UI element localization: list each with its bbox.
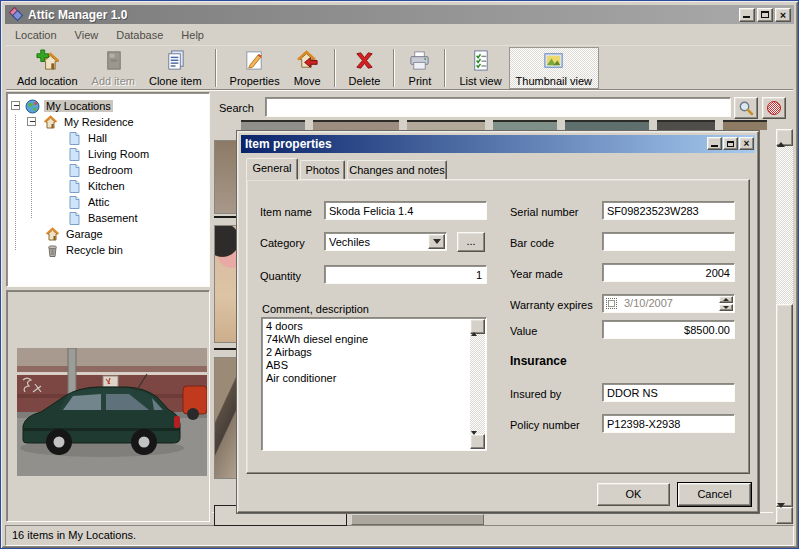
category-browse-button[interactable]: ... [457,232,485,252]
serial-number-input[interactable] [602,201,735,220]
value-label: Value [510,325,537,337]
scroll-up-button[interactable] [470,319,485,334]
clone-item-button[interactable]: Clone item [142,47,209,89]
tree-item-bedroom[interactable]: Bedroom [7,162,209,178]
dialog-minimize-button[interactable] [707,137,722,150]
move-button[interactable]: Move [287,47,328,89]
add-location-button[interactable]: Add location [10,47,85,89]
print-button[interactable]: Print [401,47,438,89]
list-view-icon [469,49,492,74]
chevron-down-icon[interactable] [428,234,445,249]
quantity-input[interactable] [324,265,487,284]
tab-photos[interactable]: Photos [300,160,345,180]
search-input[interactable] [265,97,731,117]
dialog-titlebar[interactable]: Item properties [241,135,755,153]
collapse-icon[interactable] [27,117,36,126]
tree-item-garage[interactable]: Garage [7,226,209,242]
page-icon [67,179,82,194]
add-location-icon [36,49,59,74]
thumbnail-fragment [313,120,399,130]
scroll-down-button[interactable] [470,434,485,449]
maximize-button[interactable] [757,8,773,22]
search-clear-button[interactable] [762,97,786,119]
value-input[interactable] [602,320,735,339]
search-find-button[interactable] [734,97,758,119]
tree-item-living-room[interactable]: Living Room [7,146,209,162]
comment-label: Comment, description [262,303,369,315]
dialog-close-button[interactable]: × [739,137,754,150]
category-select[interactable]: Vechiles [324,232,447,251]
properties-button[interactable]: Properties [223,47,287,89]
tree-item-attic[interactable]: Attic [7,194,209,210]
trash-icon [45,243,60,258]
print-icon [408,49,431,74]
close-icon: × [780,10,786,20]
bar-code-input[interactable] [602,232,735,251]
dialog-maximize-button[interactable] [723,137,738,150]
insured-by-input[interactable] [602,383,735,402]
close-icon: × [744,139,750,149]
move-icon [296,49,319,74]
menu-location[interactable]: Location [6,27,66,43]
thumbnail-view-icon [542,49,565,74]
delete-button[interactable]: Delete [342,47,388,89]
insured-by-label: Insured by [510,388,561,400]
tree-item-kitchen[interactable]: Kitchen [7,178,209,194]
vertical-scrollbar[interactable] [776,129,793,524]
minimize-button[interactable] [739,8,755,22]
warranty-checkbox[interactable] [606,298,617,309]
page-icon [67,195,82,210]
spinner-down-button[interactable] [719,304,733,311]
magnifier-icon [738,100,754,116]
tab-changes-and-notes[interactable]: Changes and notes [347,160,447,180]
close-button[interactable]: × [775,8,791,22]
thumbnail-fragment [493,120,557,130]
list-view-button[interactable]: List view [452,47,508,89]
toolbar-separator [393,49,395,87]
scrollbar-thumb[interactable] [776,304,793,507]
tree-item-my-locations[interactable]: My Locations [7,98,209,114]
tab-general[interactable]: General [246,158,298,180]
year-made-input[interactable] [602,263,735,282]
scroll-down-button[interactable] [776,507,793,524]
tree-item-basement[interactable]: Basement [7,210,209,226]
add-item-icon [102,49,125,74]
toolbar-separator [334,49,336,87]
cancel-button[interactable]: Cancel [678,483,751,506]
dialog-title: Item properties [245,137,332,151]
tree-item-recycle-bin[interactable]: Recycle bin [7,242,209,258]
maximize-icon [727,141,734,147]
app-icon [8,6,24,24]
clone-item-icon [164,49,187,74]
comment-textarea-frame: 4 doors 74kWh diesel engine 2 Airbags AB… [261,317,487,451]
category-label: Category [260,237,305,249]
category-value: Vechiles [325,236,428,248]
add-item-button[interactable]: Add item [85,47,142,89]
tree-item-hall[interactable]: Hall [7,130,209,146]
policy-number-input[interactable] [602,414,735,433]
clear-filter-icon [766,100,782,116]
collapse-icon[interactable] [11,101,20,110]
tree-item-my-residence[interactable]: My Residence [7,114,209,130]
thumbnail-fragment [214,140,237,214]
date-spinner [719,296,733,311]
menu-view[interactable]: View [66,27,108,43]
menu-database[interactable]: Database [107,27,172,43]
thumbnail-fragment [214,225,237,343]
warranty-date-field[interactable]: 3/10/2007 [602,294,735,313]
thumbnail-fragment [214,357,237,479]
maximize-icon [761,11,769,18]
item-name-input[interactable] [324,201,487,220]
thumbnail-view-button[interactable]: Thumbnail view [509,47,599,89]
comment-textarea[interactable]: 4 doors 74kWh diesel engine 2 Airbags AB… [263,319,471,449]
scroll-up-button[interactable] [776,129,793,146]
comment-scrollbar[interactable] [470,319,485,449]
ok-button[interactable]: OK [597,483,670,506]
app-window: Attic Manager 1.0 × Location View Databa… [0,0,799,549]
menu-help[interactable]: Help [172,27,213,43]
spinner-up-button[interactable] [719,296,733,303]
thumbnail-fragment [565,120,649,130]
app-titlebar[interactable]: Attic Manager 1.0 × [5,5,794,24]
app-title: Attic Manager 1.0 [28,8,737,22]
scrollbar-thumb[interactable] [351,514,484,525]
